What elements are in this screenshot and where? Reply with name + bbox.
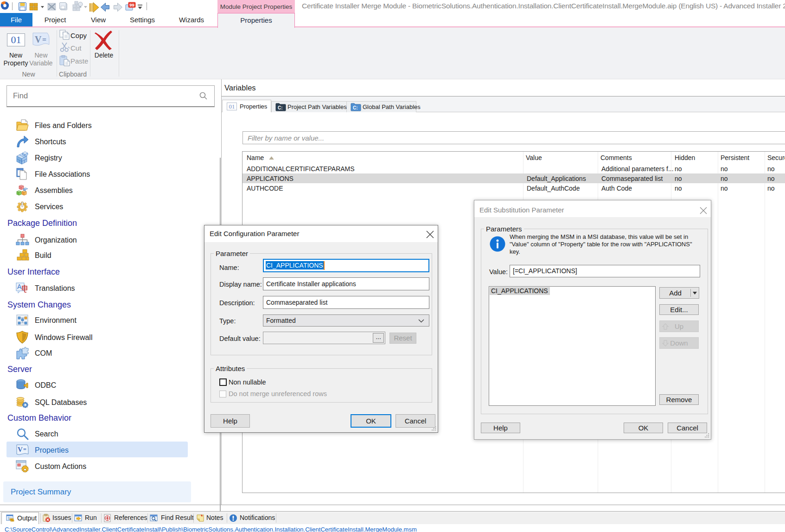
svg-text:V: V <box>35 34 42 45</box>
svg-text:=: = <box>23 446 26 453</box>
svg-text:C:: C: <box>278 105 283 110</box>
svg-text:A: A <box>17 283 22 290</box>
svg-text:=: = <box>42 36 46 44</box>
svg-text:V: V <box>18 446 23 453</box>
svg-text:99: 99 <box>129 2 134 7</box>
svg-text:C:: C: <box>353 105 358 110</box>
